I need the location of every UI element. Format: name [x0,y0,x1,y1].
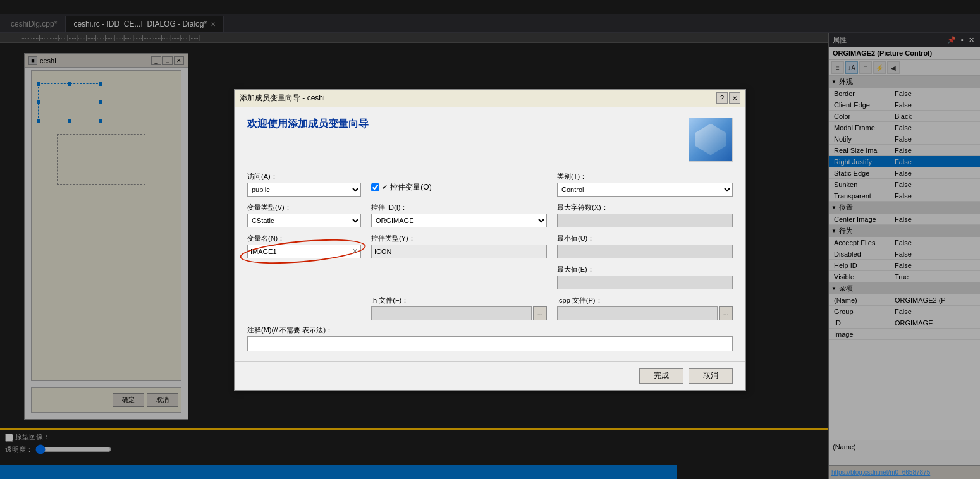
control-id-label: 控件 ID(I)： [371,203,547,212]
control-id-select[interactable]: ORGIMAGE [371,214,547,227]
form-group-category: 类别(T)： Control Value [557,172,733,197]
control-type-input [371,245,547,258]
spacer1 [247,265,361,289]
form-group-control-type: 控件类型(Y)： [371,234,547,258]
form-group-varname: 变量名(N)： ✕ [247,234,361,258]
form-group-cpp-file: .cpp 文件(P)： ... [557,296,733,320]
category-select[interactable]: Control Value [557,183,733,197]
comment-input[interactable] [247,336,733,351]
max-label: 最大值(E)： [557,265,733,274]
comment-label: 注释(M)(// 不需要 表示法)： [247,325,733,335]
wizard-form-grid: 访问(A)： public protected private ✓ 控件变量(O… [247,172,733,320]
wizard-titlebar: 添加成员变量向导 - ceshi ? ✕ [235,90,745,107]
form-group-max-chars: 最大字符数(X)： [557,203,733,227]
wizard-header-area: 欢迎使用添加成员变量向导 [247,118,733,162]
form-group-control-var: ✓ 控件变量(O) [371,172,547,197]
wizard-title-text: 添加成员变量向导 - ceshi [240,93,325,104]
access-select[interactable]: public protected private [247,183,361,197]
varname-clear-btn[interactable]: ✕ [350,246,360,257]
h-file-browse-btn[interactable]: ... [533,306,547,320]
control-type-label: 控件类型(Y)： [371,234,547,243]
category-label: 类别(T)： [557,172,733,181]
wizard-logo [689,118,733,162]
form-group-control-id: 控件 ID(I)： ORGIMAGE [371,203,547,227]
modal-overlay: 添加成员变量向导 - ceshi ? ✕ 欢迎使用添加成员变量向导 访问( [0,0,980,479]
wizard-header-text: 欢迎使用添加成员变量向导 [247,118,689,136]
wizard-body: 欢迎使用添加成员变量向导 访问(A)： public protected pri… [235,107,745,361]
min-label: 最小值(U)： [557,234,733,243]
vartype-label: 变量类型(V)： [247,203,361,212]
spacer3 [247,296,361,320]
vartype-select[interactable]: CStatic [247,214,361,227]
form-group-max: 最大值(E)： [557,265,733,289]
wizard-footer: 完成 取消 [235,361,745,390]
form-group-vartype: 变量类型(V)： CStatic [247,203,361,227]
cpp-file-row: ... [557,306,733,320]
access-label: 访问(A)： [247,172,361,181]
spacer2 [371,265,547,289]
control-var-label: ✓ 控件变量(O) [382,182,432,193]
finish-button[interactable]: 完成 [639,368,683,384]
varname-input[interactable] [247,245,361,258]
wizard-help-btn[interactable]: ? [716,92,728,104]
max-chars-input[interactable] [557,214,733,227]
h-file-row: ... [371,306,547,320]
cpp-file-browse-btn[interactable]: ... [719,306,733,320]
wizard-logo-inner [695,124,726,155]
varname-wrapper: ✕ [247,245,361,258]
wizard-close-btn[interactable]: ✕ [729,92,740,104]
cpp-file-input[interactable] [557,306,718,320]
form-group-access: 访问(A)： public protected private [247,172,361,197]
cancel-button[interactable]: 取消 [689,368,733,384]
h-file-label: .h 文件(F)： [371,296,547,305]
form-group-h-file: .h 文件(F)： ... [371,296,547,320]
h-file-input[interactable] [371,306,532,320]
max-chars-label: 最大字符数(X)： [557,203,733,212]
varname-label: 变量名(N)： [247,234,361,243]
wizard-dialog: 添加成员变量向导 - ceshi ? ✕ 欢迎使用添加成员变量向导 访问( [234,89,746,391]
control-var-row: ✓ 控件变量(O) [371,182,547,193]
wizard-titlebar-btns: ? ✕ [716,92,740,104]
form-group-min: 最小值(U)： [557,234,733,258]
comment-section: 注释(M)(// 不需要 表示法)： [247,325,733,351]
wizard-main-title: 欢迎使用添加成员变量向导 [247,118,689,131]
max-input[interactable] [557,276,733,289]
cpp-file-label: .cpp 文件(P)： [557,296,733,305]
min-input[interactable] [557,245,733,258]
control-var-checkbox[interactable] [371,183,379,191]
